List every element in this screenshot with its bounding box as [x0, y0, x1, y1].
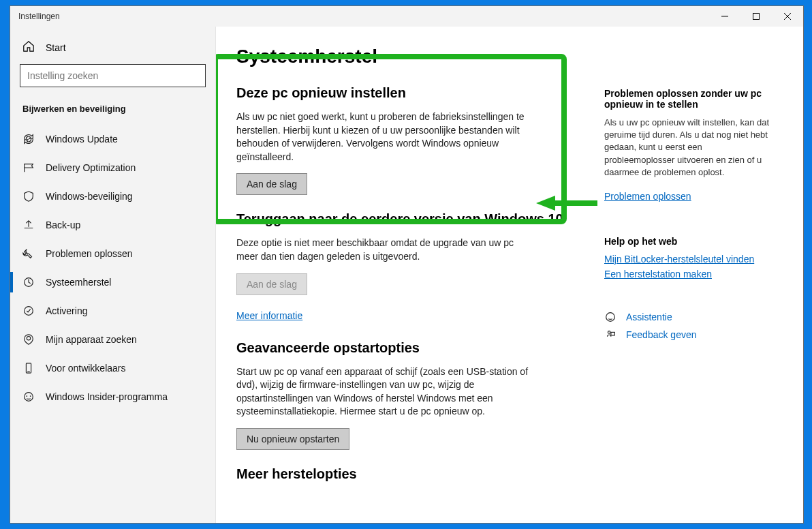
- sidebar-item-sync[interactable]: Windows Update: [10, 125, 215, 153]
- content: Systeemherstel Deze pc opnieuw instellen…: [216, 27, 597, 523]
- maximize-button[interactable]: [740, 6, 772, 27]
- sidebar-item-label: Problemen oplossen: [46, 248, 133, 259]
- svg-point-11: [30, 395, 31, 397]
- advanced-section: Geavanceerde opstartopties Start uw pc o…: [236, 340, 577, 450]
- sidebar-group-title: Bijwerken en beveiliging: [10, 100, 215, 125]
- activation-icon: [22, 305, 35, 317]
- search-input[interactable]: [20, 64, 206, 87]
- delivery-icon: [22, 162, 35, 174]
- tip-text: Als u uw pc opnieuw wilt instellen, kan …: [604, 117, 775, 179]
- sidebar-item-label: Activering: [46, 305, 87, 316]
- find-icon: [22, 333, 35, 346]
- sidebar-item-label: Windows Insider-programma: [46, 391, 168, 402]
- support-item-assist[interactable]: Assistentie: [604, 311, 784, 323]
- sidebar: Start Bijwerken en beveiliging Windows U…: [10, 27, 216, 523]
- svg-point-6: [27, 337, 30, 340]
- shield-icon: [22, 190, 35, 202]
- sidebar-home-label: Start: [46, 42, 66, 53]
- sidebar-item-troubleshoot[interactable]: Problemen oplossen: [10, 239, 215, 268]
- svg-rect-16: [611, 332, 614, 335]
- support-item-label: Assistentie: [626, 312, 672, 322]
- help-link[interactable]: Een herstelstation maken: [604, 269, 784, 279]
- recovery-icon: [22, 276, 35, 288]
- sidebar-item-backup[interactable]: Back-up: [10, 211, 215, 239]
- svg-point-15: [608, 331, 610, 334]
- sidebar-item-insider[interactable]: Windows Insider-programma: [10, 382, 215, 411]
- reset-text: Als uw pc niet goed werkt, kunt u prober…: [236, 110, 536, 164]
- sidebar-home[interactable]: Start: [10, 33, 215, 61]
- sidebar-item-delivery[interactable]: Delivery Optimization: [10, 153, 215, 182]
- tip-heading: Problemen oplossen zonder uw pc opnieuw …: [604, 88, 784, 110]
- reset-heading: Deze pc opnieuw instellen: [236, 85, 577, 101]
- goback-section: Teruggaan naar de eerdere versie van Win…: [236, 211, 577, 323]
- goback-heading: Teruggaan naar de eerdere versie van Win…: [236, 211, 577, 227]
- dev-icon: [22, 362, 35, 374]
- sidebar-item-label: Windows Update: [46, 134, 118, 145]
- window-body: Start Bijwerken en beveiliging Windows U…: [10, 27, 803, 523]
- insider-icon: [22, 391, 35, 403]
- sync-icon: [22, 133, 35, 145]
- assist-icon: [604, 311, 616, 323]
- home-icon: [22, 40, 35, 55]
- troubleshoot-icon: [22, 247, 35, 260]
- main-area: Systeemherstel Deze pc opnieuw instellen…: [216, 27, 803, 523]
- tip-link[interactable]: Problemen oplossen: [604, 191, 691, 202]
- settings-window: Instellingen Start Bijwerken en beveilig…: [10, 5, 804, 524]
- svg-marker-13: [536, 196, 555, 211]
- titlebar: Instellingen: [10, 6, 803, 27]
- sidebar-item-find[interactable]: Mijn apparaat zoeken: [10, 325, 215, 354]
- goback-more-info-link[interactable]: Meer informatie: [236, 310, 302, 321]
- sidebar-item-label: Windows-beveiliging: [46, 191, 133, 202]
- sidebar-item-label: Delivery Optimization: [46, 162, 136, 173]
- svg-point-10: [26, 395, 27, 397]
- backup-icon: [22, 219, 35, 231]
- help-heading: Help op het web: [604, 236, 784, 247]
- more-options-heading: Meer herstelopties: [236, 466, 577, 482]
- svg-point-14: [606, 313, 615, 322]
- advanced-restart-button[interactable]: Nu opnieuw opstarten: [236, 428, 349, 450]
- sidebar-item-label: Systeemherstel: [46, 277, 111, 288]
- advanced-heading: Geavanceerde opstartopties: [236, 340, 577, 356]
- page-title: Systeemherstel: [236, 46, 577, 67]
- annotation-arrow: [536, 194, 597, 212]
- sidebar-item-recovery[interactable]: Systeemherstel: [10, 268, 215, 297]
- reset-get-started-button[interactable]: Aan de slag: [236, 173, 307, 195]
- minimize-button[interactable]: [709, 6, 740, 27]
- window-controls: [709, 6, 803, 27]
- feedback-icon: [604, 329, 616, 341]
- help-link[interactable]: Mijn BitLocker-herstelsleutel vinden: [604, 254, 784, 264]
- sidebar-item-dev[interactable]: Voor ontwikkelaars: [10, 354, 215, 382]
- sidebar-item-activation[interactable]: Activering: [10, 297, 215, 325]
- sidebar-nav: Windows Update Delivery Optimization Win…: [10, 125, 215, 411]
- support-item-feedback[interactable]: Feedback geven: [604, 329, 784, 341]
- svg-point-9: [25, 393, 33, 402]
- svg-rect-1: [753, 14, 760, 20]
- window-title: Instellingen: [18, 12, 60, 21]
- goback-get-started-button: Aan de slag: [236, 273, 307, 295]
- reset-section: Deze pc opnieuw instellen Als uw pc niet…: [236, 85, 577, 195]
- sidebar-item-label: Voor ontwikkelaars: [46, 363, 126, 374]
- sidebar-item-label: Mijn apparaat zoeken: [46, 334, 137, 345]
- support-item-label: Feedback geven: [626, 329, 697, 340]
- sidebar-item-label: Back-up: [46, 220, 80, 230]
- advanced-text: Start uw pc op vanaf een apparaat of sch…: [236, 365, 536, 419]
- goback-text: Deze optie is niet meer beschikbaar omda…: [236, 237, 536, 263]
- close-button[interactable]: [772, 6, 803, 27]
- right-column: Problemen oplossen zonder uw pc opnieuw …: [597, 27, 803, 523]
- sidebar-item-shield[interactable]: Windows-beveiliging: [10, 182, 215, 211]
